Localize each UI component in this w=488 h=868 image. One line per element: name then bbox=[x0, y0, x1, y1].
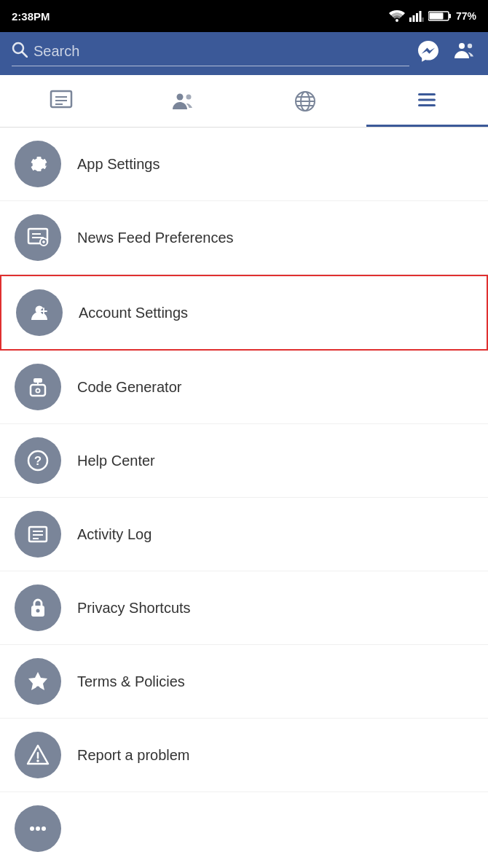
help-center-icon-circle: ? bbox=[15, 437, 61, 484]
app-settings-icon-circle bbox=[15, 141, 61, 187]
svg-line-10 bbox=[23, 52, 28, 57]
menu-item-app-settings[interactable]: App Settings bbox=[0, 128, 488, 201]
menu-item-report-problem[interactable]: Report a problem bbox=[0, 719, 488, 792]
svg-point-52 bbox=[36, 759, 39, 762]
menu-item-help-center[interactable]: ? Help Center bbox=[0, 424, 488, 498]
svg-rect-25 bbox=[418, 99, 436, 101]
svg-rect-8 bbox=[429, 13, 443, 20]
battery-percent: 77% bbox=[456, 10, 476, 22]
menu-item-code-generator[interactable]: Code Generator bbox=[0, 351, 488, 424]
account-settings-label: Account Settings bbox=[79, 305, 188, 321]
svg-rect-35 bbox=[34, 378, 42, 383]
code-generator-label: Code Generator bbox=[77, 379, 181, 396]
code-generator-icon-circle bbox=[15, 364, 61, 410]
svg-point-53 bbox=[30, 826, 34, 831]
report-problem-label: Report a problem bbox=[77, 747, 190, 764]
svg-rect-38 bbox=[37, 390, 39, 392]
battery-icon bbox=[428, 10, 452, 22]
status-icons: 77% bbox=[389, 10, 476, 22]
svg-point-47 bbox=[36, 609, 40, 613]
svg-rect-7 bbox=[449, 14, 451, 18]
search-bar[interactable]: Search bbox=[12, 42, 409, 66]
menu-item-account-settings[interactable]: Account Settings bbox=[0, 275, 488, 351]
privacy-shortcuts-icon-circle bbox=[15, 584, 61, 631]
search-placeholder: Search bbox=[34, 43, 409, 60]
tab-friends[interactable] bbox=[122, 75, 245, 127]
terms-policies-icon-circle bbox=[15, 658, 61, 705]
svg-rect-5 bbox=[422, 17, 424, 22]
tab-newsfeed[interactable] bbox=[0, 75, 122, 127]
svg-point-18 bbox=[186, 94, 192, 99]
signal-icon bbox=[409, 10, 424, 22]
svg-point-12 bbox=[468, 44, 472, 48]
svg-rect-3 bbox=[416, 13, 418, 22]
svg-point-55 bbox=[42, 826, 46, 831]
svg-point-0 bbox=[395, 19, 398, 22]
status-bar: 2:38PM 77% bbox=[0, 0, 488, 32]
menu-item-privacy-shortcuts[interactable]: Privacy Shortcuts bbox=[0, 571, 488, 645]
app-settings-label: App Settings bbox=[77, 156, 160, 173]
activity-log-icon-circle bbox=[15, 511, 61, 558]
svg-point-11 bbox=[459, 43, 465, 49]
svg-point-49 bbox=[36, 687, 40, 690]
wifi-icon bbox=[389, 10, 405, 22]
tab-globe[interactable] bbox=[244, 75, 366, 127]
header: Search bbox=[0, 32, 488, 75]
account-settings-icon-circle bbox=[16, 289, 63, 336]
svg-rect-1 bbox=[409, 17, 412, 22]
svg-rect-4 bbox=[419, 11, 421, 22]
header-icons bbox=[417, 39, 476, 68]
svg-rect-24 bbox=[418, 93, 436, 95]
search-icon bbox=[12, 42, 28, 61]
menu-item-terms-policies[interactable]: Terms & Policies bbox=[0, 645, 488, 719]
newsfeed-prefs-icon-circle bbox=[15, 214, 61, 261]
svg-text:?: ? bbox=[34, 454, 42, 468]
help-center-label: Help Center bbox=[77, 453, 155, 469]
menu-item-more[interactable] bbox=[0, 792, 488, 868]
svg-point-17 bbox=[177, 93, 184, 100]
friends-icon[interactable] bbox=[453, 39, 476, 68]
menu-item-activity-log[interactable]: Activity Log bbox=[0, 498, 488, 571]
more-icon-circle bbox=[15, 805, 61, 852]
tab-menu[interactable] bbox=[366, 75, 489, 127]
report-problem-icon-circle bbox=[15, 732, 61, 778]
svg-rect-2 bbox=[412, 15, 414, 22]
nav-tabs bbox=[0, 75, 488, 128]
activity-log-label: Activity Log bbox=[77, 526, 151, 543]
menu-list: App Settings News Feed Preferences bbox=[0, 128, 488, 868]
newsfeed-prefs-label: News Feed Preferences bbox=[77, 230, 234, 246]
svg-rect-26 bbox=[418, 104, 436, 106]
privacy-shortcuts-label: Privacy Shortcuts bbox=[77, 600, 191, 617]
status-time: 2:38PM bbox=[12, 10, 50, 23]
menu-item-newsfeed-prefs[interactable]: News Feed Preferences bbox=[0, 201, 488, 275]
messenger-icon[interactable] bbox=[417, 39, 440, 68]
svg-point-54 bbox=[36, 826, 40, 831]
terms-policies-label: Terms & Policies bbox=[77, 673, 185, 690]
